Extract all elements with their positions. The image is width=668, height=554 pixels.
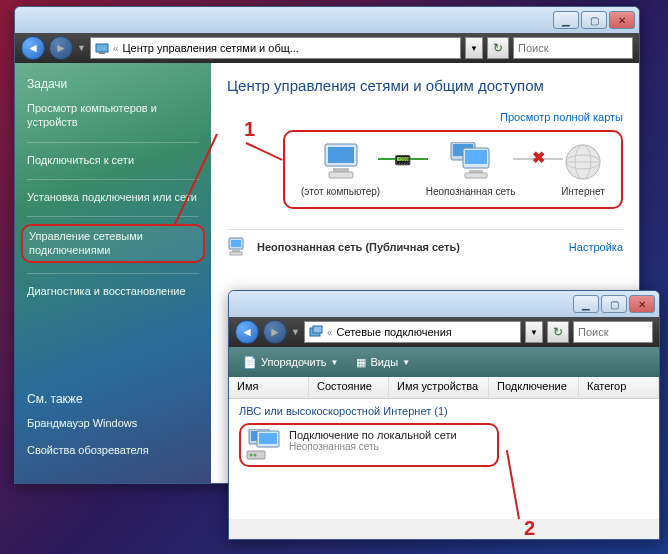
nav-back-button[interactable]: ◄ bbox=[21, 36, 45, 60]
computers-icon bbox=[449, 142, 493, 182]
search-input[interactable] bbox=[573, 321, 653, 343]
nav-forward-button[interactable]: ► bbox=[263, 320, 287, 344]
svg-rect-0 bbox=[96, 44, 108, 52]
sidebar-footer-internet-options[interactable]: Свойства обозревателя bbox=[27, 443, 199, 457]
col-connection[interactable]: Подключение bbox=[489, 377, 579, 398]
maximize-button[interactable]: ▢ bbox=[601, 295, 627, 313]
sidebar-item-connect[interactable]: Подключиться к сети bbox=[27, 153, 199, 167]
search-input[interactable] bbox=[513, 37, 633, 59]
node-this-computer: (этот компьютер) bbox=[301, 142, 380, 197]
col-category[interactable]: Категор bbox=[579, 377, 659, 398]
breadcrumb: Сетевые подключения bbox=[336, 326, 451, 338]
configure-link[interactable]: Настройка bbox=[569, 241, 623, 253]
titlebar: ▁ ▢ ✕ bbox=[229, 291, 659, 317]
connection-name: Подключение по локальной сети bbox=[289, 429, 457, 441]
col-device[interactable]: Имя устройства bbox=[389, 377, 489, 398]
views-button[interactable]: ▦ Виды ▼ bbox=[350, 353, 416, 372]
globe-icon bbox=[561, 142, 605, 182]
address-bar[interactable]: « Сетевые подключения bbox=[304, 321, 521, 343]
toolbar: 📄 Упорядочить ▼ ▦ Виды ▼ bbox=[229, 347, 659, 377]
svg-rect-3 bbox=[328, 147, 354, 163]
svg-rect-4 bbox=[333, 168, 349, 172]
network-status-row: Неопознанная сеть (Публичная сеть) Настр… bbox=[227, 229, 623, 264]
node-internet: Интернет bbox=[561, 142, 605, 197]
maximize-button[interactable]: ▢ bbox=[581, 11, 607, 29]
nav-back-button[interactable]: ◄ bbox=[235, 320, 259, 344]
close-button[interactable]: ✕ bbox=[609, 11, 635, 29]
refresh-button[interactable]: ↻ bbox=[487, 37, 509, 59]
node-unknown-network: Неопознанная сеть bbox=[426, 142, 516, 197]
organize-icon: 📄 bbox=[243, 356, 257, 369]
svg-rect-17 bbox=[231, 240, 241, 247]
minimize-button[interactable]: ▁ bbox=[573, 295, 599, 313]
sidebar-item-setup-connection[interactable]: Установка подключения или сети bbox=[27, 190, 199, 204]
sidebar: Задачи Просмотр компьютеров и устройств … bbox=[15, 63, 211, 483]
breadcrumb: Центр управления сетями и общ... bbox=[122, 42, 298, 54]
network-device-icon: 📟 bbox=[394, 152, 411, 168]
annotation-2: 2 bbox=[524, 517, 535, 540]
network-name: Неопознанная сеть (Публичная сеть) bbox=[257, 241, 561, 253]
col-name[interactable]: Имя bbox=[229, 377, 309, 398]
view-full-map-link[interactable]: Просмотр полной карты bbox=[500, 111, 623, 123]
address-dropdown[interactable]: ▼ bbox=[525, 321, 543, 343]
see-also-header: См. также bbox=[27, 392, 199, 406]
svg-rect-25 bbox=[259, 433, 277, 444]
svg-rect-11 bbox=[465, 173, 487, 178]
column-headers: Имя Состояние Имя устройства Подключение… bbox=[229, 377, 659, 399]
group-header[interactable]: ЛВС или высокоскоростной Интернет (1) bbox=[239, 405, 649, 417]
svg-rect-21 bbox=[313, 326, 322, 333]
col-status[interactable]: Состояние bbox=[309, 377, 389, 398]
annotation-1: 1 bbox=[244, 118, 255, 141]
svg-point-28 bbox=[254, 454, 257, 457]
sidebar-item-manage-connections[interactable]: Управление сетевыми подключениями bbox=[21, 224, 205, 263]
organize-button[interactable]: 📄 Упорядочить ▼ bbox=[237, 353, 344, 372]
connection-status: Неопознанная сеть bbox=[289, 441, 457, 452]
close-button[interactable]: ✕ bbox=[629, 295, 655, 313]
network-diagram: (этот компьютер) 📟 Неопознанная сеть Инт… bbox=[283, 130, 623, 209]
svg-rect-19 bbox=[230, 252, 242, 255]
address-dropdown[interactable]: ▼ bbox=[465, 37, 483, 59]
svg-rect-1 bbox=[99, 52, 105, 54]
network-icon bbox=[227, 236, 249, 258]
lan-connection-icon bbox=[245, 429, 281, 461]
views-icon: ▦ bbox=[356, 356, 366, 369]
sidebar-footer-firewall[interactable]: Брандмауэр Windows bbox=[27, 416, 199, 430]
svg-rect-9 bbox=[465, 150, 487, 164]
svg-rect-5 bbox=[329, 172, 353, 178]
nav-forward-button[interactable]: ► bbox=[49, 36, 73, 60]
connection-item[interactable]: Подключение по локальной сети Неопознанн… bbox=[239, 423, 499, 467]
sidebar-item-diagnose[interactable]: Диагностика и восстановление bbox=[27, 284, 199, 298]
address-bar[interactable]: « Центр управления сетями и общ... bbox=[90, 37, 461, 59]
refresh-button[interactable]: ↻ bbox=[547, 321, 569, 343]
tasks-header: Задачи bbox=[27, 77, 199, 91]
titlebar: ▁ ▢ ✕ bbox=[15, 7, 639, 33]
sidebar-item-view-computers[interactable]: Просмотр компьютеров и устройств bbox=[27, 101, 199, 130]
page-title: Центр управления сетями и общим доступом bbox=[227, 77, 623, 94]
minimize-button[interactable]: ▁ bbox=[553, 11, 579, 29]
computer-icon bbox=[319, 142, 363, 182]
file-list: ЛВС или высокоскоростной Интернет (1) По… bbox=[229, 399, 659, 519]
svg-point-27 bbox=[250, 454, 253, 457]
